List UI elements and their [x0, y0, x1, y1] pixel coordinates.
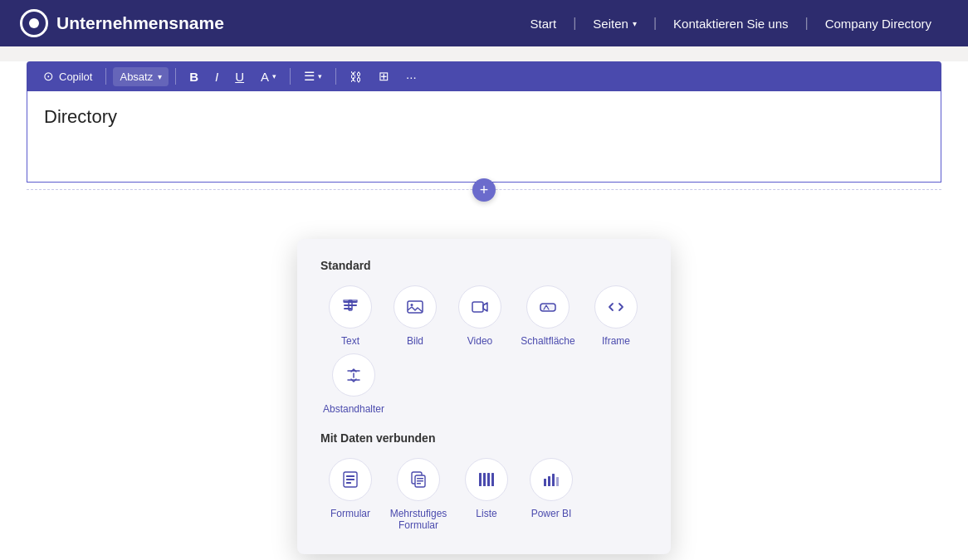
svg-rect-2	[344, 308, 352, 309]
add-block-area: +	[0, 178, 968, 202]
popup-item-formular[interactable]: Formular	[320, 458, 380, 531]
popup-label-formular: Formular	[330, 508, 370, 519]
svg-rect-13	[346, 482, 351, 484]
popup-item-text[interactable]: Text	[320, 285, 380, 347]
format-chevron-icon: ▾	[158, 72, 162, 81]
nav-item-contact[interactable]: Kontaktieren Sie uns	[657, 0, 804, 46]
popup-item-powerbi[interactable]: Power BI	[521, 458, 581, 531]
copilot-button[interactable]: ⊙ Copilot	[37, 66, 99, 87]
font-color-chevron-icon: ▾	[272, 72, 276, 80]
popup-data-grid: Formular Mehrstufiges Formular	[320, 458, 648, 531]
toolbar: ⊙ Copilot Absatz ▾ B I U A ▾ ☰ ▾ ⛓ ⊞ ···	[27, 61, 941, 91]
popup-panel: Standard Text	[297, 239, 671, 554]
popup-section-2-title: Mit Daten verbunden	[320, 431, 648, 445]
svg-rect-22	[491, 473, 494, 486]
toolbar-divider-3	[290, 68, 291, 85]
popup-icon-formular	[329, 458, 372, 501]
svg-rect-5	[408, 301, 423, 313]
editor-area[interactable]: Directory	[27, 91, 941, 183]
add-block-icon: +	[480, 183, 489, 197]
more-icon: ···	[406, 70, 417, 84]
svg-rect-25	[552, 474, 555, 486]
popup-label-schaltflache: Schaltfläche	[521, 335, 574, 347]
popup-item-bild[interactable]: Bild	[385, 285, 445, 347]
svg-rect-26	[556, 477, 559, 486]
popup-icon-video	[458, 285, 501, 329]
popup-item-video[interactable]: Video	[450, 285, 510, 347]
popup-item-iframe[interactable]: Iframe	[586, 285, 646, 347]
header: Unternehmensname Start | Seiten ▾ | Kont…	[0, 0, 968, 46]
nav-item-start[interactable]: Start	[514, 0, 574, 46]
svg-rect-19	[479, 473, 482, 486]
editor-title: Directory	[44, 106, 117, 127]
svg-rect-7	[472, 302, 483, 312]
main-nav: Start | Seiten ▾ | Kontaktieren Sie uns …	[514, 0, 949, 46]
popup-icon-multiform	[397, 458, 440, 501]
popup-item-liste[interactable]: Liste	[457, 458, 516, 531]
font-color-icon: A	[261, 70, 269, 84]
popup-item-multiform[interactable]: Mehrstufiges Formular	[385, 458, 452, 531]
svg-rect-23	[544, 479, 546, 486]
popup-item-schaltflache[interactable]: Schaltfläche	[515, 285, 581, 347]
format-label: Absatz	[120, 71, 153, 83]
popup-label-bild: Bild	[407, 335, 423, 347]
logo[interactable]: Unternehmensname	[20, 9, 224, 37]
toolbar-divider-4	[335, 68, 336, 85]
popup-standard-grid-row2: Abstandhalter	[320, 353, 648, 415]
nav-item-directory[interactable]: Company Directory	[809, 0, 948, 46]
italic-button[interactable]: I	[208, 66, 225, 87]
copilot-icon: ⊙	[43, 69, 54, 84]
align-button[interactable]: ☰ ▾	[297, 66, 329, 87]
popup-icon-liste	[465, 458, 508, 501]
svg-rect-21	[487, 473, 490, 486]
chevron-down-icon: ▾	[633, 19, 637, 28]
logo-text: Unternehmensname	[56, 13, 224, 33]
popup-label-text: Text	[341, 335, 359, 347]
svg-rect-1	[344, 304, 357, 306]
logo-icon	[20, 9, 48, 37]
svg-rect-18	[417, 483, 421, 485]
copilot-label: Copilot	[59, 71, 92, 83]
popup-icon-bild	[394, 285, 437, 329]
format-select[interactable]: Absatz ▾	[113, 67, 169, 86]
svg-rect-17	[417, 480, 423, 482]
popup-section-1-title: Standard	[320, 259, 648, 272]
svg-rect-20	[483, 473, 486, 486]
svg-rect-12	[346, 479, 354, 480]
popup-icon-schaltflache	[526, 285, 570, 329]
main-content: ⊙ Copilot Absatz ▾ B I U A ▾ ☰ ▾ ⛓ ⊞ ···	[0, 61, 968, 560]
link-icon: ⛓	[350, 70, 362, 84]
popup-label-video: Video	[467, 335, 492, 347]
svg-rect-24	[548, 476, 550, 486]
popup-label-abstandhalter: Abstandhalter	[323, 403, 384, 415]
table-button[interactable]: ⊞	[372, 66, 396, 87]
popup-standard-grid: Text Bild	[320, 285, 648, 347]
popup-label-iframe: Iframe	[602, 335, 630, 347]
popup-label-multiform: Mehrstufiges Formular	[385, 508, 452, 531]
toolbar-divider-2	[175, 68, 176, 85]
table-icon: ⊞	[379, 69, 389, 83]
popup-icon-iframe	[594, 285, 638, 329]
align-chevron-icon: ▾	[318, 72, 322, 80]
popup-label-powerbi: Power BI	[531, 508, 572, 519]
svg-rect-16	[417, 478, 423, 480]
svg-point-6	[411, 304, 413, 306]
underline-button[interactable]: U	[228, 66, 251, 87]
popup-icon-abstandhalter	[332, 353, 375, 397]
font-color-button[interactable]: A ▾	[254, 66, 283, 87]
svg-rect-11	[346, 475, 354, 477]
bold-button[interactable]: B	[183, 66, 205, 87]
align-icon: ☰	[304, 69, 315, 84]
link-button[interactable]: ⛓	[343, 66, 369, 87]
toolbar-divider-1	[105, 68, 106, 85]
popup-label-liste: Liste	[476, 508, 496, 519]
nav-item-seiten[interactable]: Seiten ▾	[576, 0, 653, 46]
nav-seiten-label: Seiten	[593, 17, 628, 31]
popup-icon-text	[329, 285, 372, 329]
add-block-button[interactable]: +	[472, 178, 496, 202]
popup-item-abstandhalter[interactable]: Abstandhalter	[320, 353, 387, 415]
more-button[interactable]: ···	[399, 66, 423, 87]
popup-icon-powerbi	[530, 458, 573, 501]
